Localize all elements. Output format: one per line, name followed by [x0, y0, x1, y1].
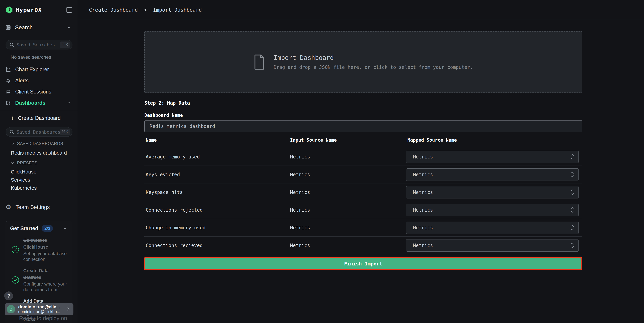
dropzone-subtitle: Drag and drop a JSON file here, or click… — [274, 64, 473, 70]
get-started-item-connect[interactable]: Connect to ClickHouse Set up your databa… — [10, 237, 68, 262]
table-row: Connections recieved Metrics Metrics — [144, 237, 582, 254]
saved-dashboards-search[interactable]: ⌘K — [6, 127, 72, 137]
breadcrumb-import-dashboard[interactable]: Import Dashboard — [153, 7, 202, 13]
hyperdx-logo-icon — [6, 6, 13, 14]
saved-dashboards-input[interactable] — [16, 129, 60, 135]
column-header-name: Name — [144, 137, 289, 143]
avatar: D — [7, 305, 15, 313]
divider — [0, 110, 78, 110]
dashboard-layout-icon — [6, 100, 11, 106]
chevron-right-icon — [66, 306, 71, 312]
select-chevrons-icon — [570, 171, 574, 178]
table-row: Average memory used Metrics Metrics — [144, 148, 582, 166]
saved-dashboard-item[interactable]: Redis metrics dashboard — [0, 148, 78, 157]
dashboard-name-input[interactable] — [144, 120, 582, 132]
search-journal-icon — [6, 25, 11, 30]
table-row: Keyspace hits Metrics Metrics — [144, 183, 582, 201]
select-chevrons-icon — [570, 242, 574, 249]
no-saved-searches-note: No saved searches — [11, 54, 78, 60]
plus-icon: + — [11, 115, 14, 121]
search-icon — [10, 130, 14, 134]
shortcut-badge: ⌘K — [60, 41, 70, 48]
file-icon — [254, 54, 265, 70]
chevron-up-icon[interactable] — [62, 226, 68, 231]
column-header-input-source: Input Source Name — [289, 137, 406, 143]
get-started-progress-badge: 2/3 — [42, 225, 53, 232]
dashboard-name-label: Dashboard Name — [144, 113, 582, 118]
logo-row: HyperDX — [0, 0, 78, 20]
select-chevrons-icon — [570, 206, 574, 214]
preset-item-services[interactable]: Services — [0, 176, 78, 184]
select-chevrons-icon — [570, 224, 574, 231]
page-header: Create Dashboard > Import Dashboard — [78, 0, 644, 20]
breadcrumb-separator: > — [144, 7, 147, 13]
chevron-up-icon — [66, 100, 72, 105]
sidebar-item-client-sessions[interactable]: Client Sessions — [0, 86, 78, 97]
check-circle-icon — [12, 276, 19, 284]
dropzone-title: Import Dashboard — [274, 54, 473, 61]
mapped-source-select[interactable]: Metrics — [406, 168, 579, 181]
help-button[interactable]: ? — [4, 292, 13, 300]
import-dropzone[interactable]: Import Dashboard Drag and drop a JSON fi… — [144, 31, 582, 93]
user-email: dominic.tran@clickho... — [18, 309, 65, 314]
get-started-title: Get Started — [10, 226, 38, 232]
search-icon — [10, 42, 14, 47]
table-row: Connections rejected Metrics Metrics — [144, 201, 582, 219]
laptop-icon — [6, 89, 11, 94]
create-dashboard-button[interactable]: + Create Dashboard — [0, 112, 78, 124]
shortcut-badge: ⌘K — [60, 129, 70, 135]
saved-searches-input[interactable] — [16, 42, 60, 47]
preset-item-kubernetes[interactable]: Kubernetes — [0, 184, 78, 192]
breadcrumb-create-dashboard[interactable]: Create Dashboard — [89, 7, 138, 13]
chart-line-icon — [6, 67, 11, 72]
search-section-header[interactable]: Search — [0, 20, 78, 35]
user-profile-button[interactable]: D dominic.tran@clic... dominic.tran@clic… — [5, 303, 74, 315]
sidebar-collapse-icon[interactable] — [66, 7, 72, 13]
table-header-row: Name Input Source Name Mapped Source Nam… — [144, 132, 582, 148]
finish-import-button[interactable]: Finish Import — [144, 257, 582, 270]
main-area: Create Dashboard > Import Dashboard Impo… — [78, 0, 644, 323]
chevron-down-icon — [11, 161, 15, 165]
bell-icon — [6, 78, 11, 83]
mapped-source-select[interactable]: Metrics — [406, 186, 579, 198]
chevron-up-icon — [66, 25, 72, 30]
user-name: dominic.tran@clic... — [18, 304, 65, 309]
check-circle-icon — [12, 246, 19, 254]
search-section-label: Search — [15, 24, 33, 31]
sidebar-item-chart-explorer[interactable]: Chart Explorer — [0, 64, 78, 75]
column-header-mapped-source: Mapped Source Name — [406, 137, 582, 143]
saved-dashboards-group-toggle[interactable]: SAVED DASHBOARDS — [11, 141, 78, 146]
select-chevrons-icon — [570, 153, 574, 160]
step-label: Step 2: Map Data — [144, 100, 582, 106]
mapped-source-select[interactable]: Metrics — [406, 239, 579, 252]
chevron-down-icon — [11, 142, 15, 146]
mapped-source-select[interactable]: Metrics — [406, 222, 579, 234]
team-settings-button[interactable]: ⚙ Team Settings — [0, 202, 78, 213]
sidebar: HyperDX Search ⌘K No saved searches — [0, 0, 78, 323]
sidebar-item-alerts[interactable]: Alerts — [0, 75, 78, 86]
app-title: HyperDX — [16, 6, 42, 13]
table-row: Change in memory used Metrics Metrics — [144, 219, 582, 237]
mapped-source-select[interactable]: Metrics — [406, 151, 579, 163]
mapped-source-select[interactable]: Metrics — [406, 204, 579, 216]
preset-item-clickhouse[interactable]: ClickHouse — [0, 168, 78, 176]
sidebar-item-dashboards[interactable]: Dashboards — [0, 97, 78, 108]
get-started-item-sources[interactable]: Create Data Sources Configure where your… — [10, 267, 68, 293]
gear-icon: ⚙ — [6, 204, 11, 210]
saved-searches-search[interactable]: ⌘K — [6, 40, 72, 49]
select-chevrons-icon — [570, 189, 574, 196]
breadcrumb: Create Dashboard > Import Dashboard — [89, 7, 202, 13]
table-row: Keys evicted Metrics Metrics — [144, 166, 582, 183]
presets-group-toggle[interactable]: PRESETS — [11, 160, 78, 165]
